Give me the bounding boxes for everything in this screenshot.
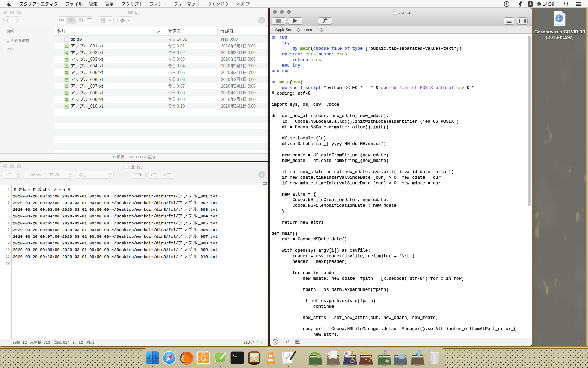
- svg-text:WEBLOC: WEBLOC: [555, 23, 564, 26]
- svg-text:i: i: [275, 340, 276, 344]
- svg-text:G: G: [200, 353, 207, 362]
- svg-text:>_: >_: [232, 353, 237, 357]
- svg-text:i: i: [261, 18, 262, 23]
- svg-text:i: i: [261, 172, 262, 177]
